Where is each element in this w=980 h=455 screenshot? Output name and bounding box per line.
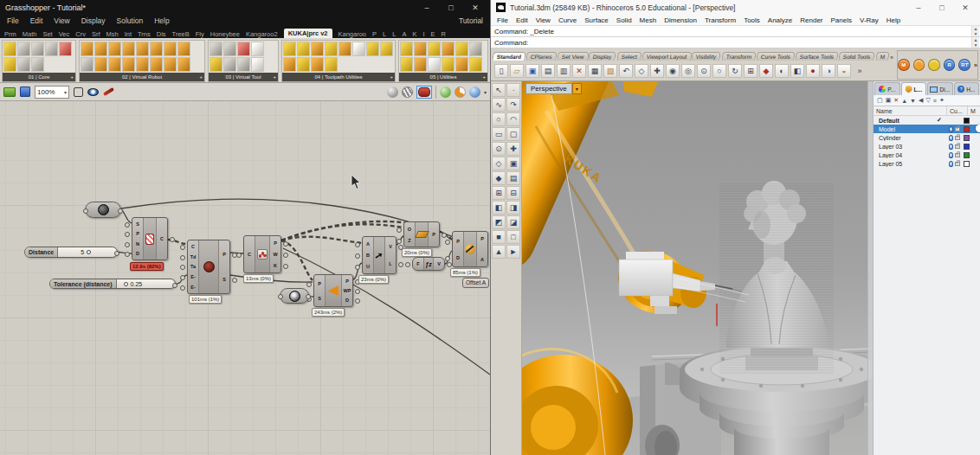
rhino-close-button[interactable]: ✕ xyxy=(956,3,975,12)
tab-e[interactable]: E xyxy=(431,30,435,38)
rhino-menu-dimension[interactable]: Dimension xyxy=(664,16,697,24)
rectangle-tool-icon[interactable]: ▭ xyxy=(492,127,506,141)
layer-lock-icon[interactable] xyxy=(955,136,960,140)
toolpath-icon[interactable] xyxy=(366,42,379,56)
output-port[interactable]: P xyxy=(219,252,229,257)
slider-knob[interactable] xyxy=(87,250,91,254)
input-port[interactable]: Td xyxy=(188,254,198,260)
layer-visibility-bulb-icon[interactable] xyxy=(949,135,953,141)
preview-wireframe-icon[interactable] xyxy=(402,87,413,98)
utility-icon[interactable] xyxy=(428,57,441,72)
tab-prm[interactable]: Prm xyxy=(4,30,16,38)
interpcrv-tool-icon[interactable]: ↷ xyxy=(506,98,520,112)
input-port[interactable]: P xyxy=(314,281,325,286)
layer-color-swatch[interactable] xyxy=(964,126,970,132)
rhino-menu-mesh[interactable]: Mesh xyxy=(640,16,657,24)
polygon-tool-icon[interactable]: ▢ xyxy=(506,127,520,141)
gh-component-c[interactable]: C PWK xyxy=(243,235,281,273)
input-port[interactable]: E- xyxy=(188,285,198,290)
delete-layer-icon[interactable]: ✕ xyxy=(893,97,899,104)
sweep-tool-icon[interactable]: ◆ xyxy=(492,171,506,185)
robot-icon[interactable] xyxy=(136,42,149,56)
tab-kangaroo2[interactable]: Kangaroo2 xyxy=(246,30,278,38)
robot-icon[interactable] xyxy=(136,57,149,72)
zoom-level-select[interactable]: 100%▾ xyxy=(35,86,69,99)
robot-icon[interactable] xyxy=(122,57,135,72)
toolbar-tab-curve-tools[interactable]: Curve Tools xyxy=(756,52,796,61)
utility-icon[interactable] xyxy=(400,57,413,72)
robot-icon[interactable] xyxy=(122,42,135,56)
output-port[interactable]: P xyxy=(477,236,487,241)
layer-color-swatch[interactable] xyxy=(964,152,970,158)
slider-knob[interactable] xyxy=(124,282,128,286)
vray-overflow-chevron[interactable]: » xyxy=(974,62,977,68)
utility-icon[interactable] xyxy=(442,42,455,56)
tab-set[interactable]: Set xyxy=(42,30,52,38)
component-icon[interactable] xyxy=(45,42,58,56)
tab-vec[interactable]: Vec xyxy=(59,30,70,38)
robot-icon[interactable] xyxy=(108,42,121,56)
layer-color-swatch[interactable] xyxy=(964,144,970,150)
filter-icon[interactable]: ▽ xyxy=(925,97,930,104)
layer-visibility-bulb-icon[interactable] xyxy=(949,144,953,150)
sphere-tool-icon[interactable]: ⊟ xyxy=(506,186,520,200)
input-port[interactable]: A xyxy=(363,241,373,247)
toolpath-icon[interactable] xyxy=(311,57,324,72)
ellipse-tool-icon[interactable]: ⊙ xyxy=(492,142,506,156)
robot-icon[interactable] xyxy=(150,57,163,72)
gh-component-d[interactable]: PS PWPD xyxy=(313,274,353,307)
rhino-titlebar[interactable]: Tutorial.3dm (25849 KB) - Rhinoceros 5.0… xyxy=(491,0,980,15)
toolpath-icon[interactable] xyxy=(311,42,324,56)
rhino-menu-file[interactable]: File xyxy=(497,16,508,24)
gh-component-h[interactable]: PD PA xyxy=(452,231,488,267)
input-port[interactable]: E- xyxy=(188,274,198,279)
gh-document-name[interactable]: Tutorial xyxy=(459,16,483,25)
toolbar-overflow-chevron[interactable]: » xyxy=(890,54,893,61)
delete-icon[interactable]: ✕ xyxy=(572,64,586,78)
boolean-tool-icon[interactable]: ◩ xyxy=(492,215,506,229)
output-port[interactable]: W xyxy=(270,252,280,257)
tab-srf[interactable]: Srf xyxy=(92,30,100,38)
move-up-icon[interactable]: ▲ xyxy=(901,98,907,104)
component-icon[interactable] xyxy=(31,57,44,72)
cone-tool-icon[interactable]: ◨ xyxy=(506,201,520,215)
output-port[interactable]: P xyxy=(429,232,439,237)
output-port[interactable]: WP xyxy=(342,288,352,293)
named-view-icon[interactable]: ◆ xyxy=(759,64,773,78)
input-port[interactable]: D xyxy=(453,255,463,260)
gh-menu-file[interactable]: File xyxy=(7,16,19,25)
input-port[interactable]: P xyxy=(132,231,143,236)
split-tool-icon[interactable]: □ xyxy=(506,230,520,244)
current-layer-check[interactable]: ✓ xyxy=(931,117,948,124)
open-file-icon[interactable]: ▱ xyxy=(510,64,524,78)
move-left-icon[interactable]: ◀ xyxy=(919,97,923,104)
scrollbar-thumb[interactable] xyxy=(976,125,980,132)
rhino-menu-surface[interactable]: Surface xyxy=(584,16,609,24)
robot-icon[interactable] xyxy=(94,42,107,56)
output-port[interactable]: A xyxy=(477,257,487,262)
rhino-menu-help[interactable]: Help xyxy=(887,16,900,24)
layer-lock-icon[interactable] xyxy=(955,144,960,149)
gh-minimize-button[interactable]: – xyxy=(417,3,436,12)
display-tab[interactable]: Di... xyxy=(927,82,953,95)
toolpath-icon[interactable] xyxy=(338,42,351,56)
utility-icon[interactable] xyxy=(455,57,468,72)
gh-component-a[interactable]: SPND C xyxy=(132,217,168,260)
input-port[interactable]: C xyxy=(188,244,198,249)
rhino-menu-render[interactable]: Render xyxy=(800,16,822,24)
rhino-menu-edit[interactable]: Edit xyxy=(516,16,528,24)
tab-math[interactable]: Math xyxy=(23,30,37,38)
select-tool-icon[interactable]: ↖ xyxy=(492,83,506,97)
layer-row-model[interactable]: Model xyxy=(874,125,980,133)
layer-tools-icon[interactable]: ✦ xyxy=(939,97,945,104)
curve-tool-icon[interactable]: ∿ xyxy=(492,98,506,112)
tab-trns[interactable]: Trns xyxy=(138,30,151,38)
utility-icon[interactable] xyxy=(469,57,482,72)
fillet-tool-icon[interactable]: ◪ xyxy=(506,215,520,229)
group-label-core[interactable]: 01 | Core+ xyxy=(3,73,75,81)
component-icon[interactable] xyxy=(17,42,30,56)
input-port[interactable]: N xyxy=(132,241,143,247)
box-tool-icon[interactable]: ⊞ xyxy=(492,186,506,200)
rhino-menu-view[interactable]: View xyxy=(536,16,551,24)
rhino-menu-transform[interactable]: Transform xyxy=(705,16,736,24)
